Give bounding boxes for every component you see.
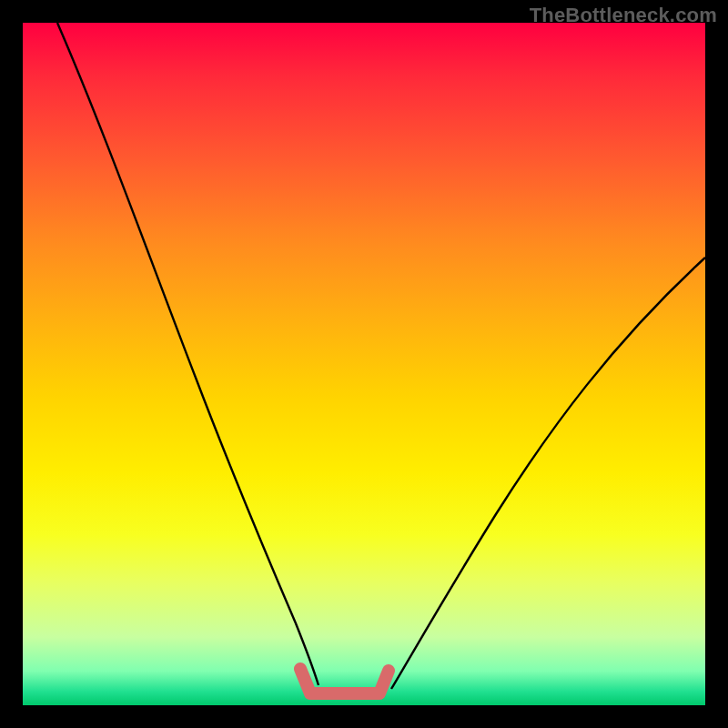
gradient-plot-area — [23, 23, 705, 705]
chart-svg — [23, 23, 705, 705]
left-curve — [57, 23, 318, 685]
right-curve — [391, 258, 705, 689]
watermark-text: TheBottleneck.com — [530, 4, 717, 27]
